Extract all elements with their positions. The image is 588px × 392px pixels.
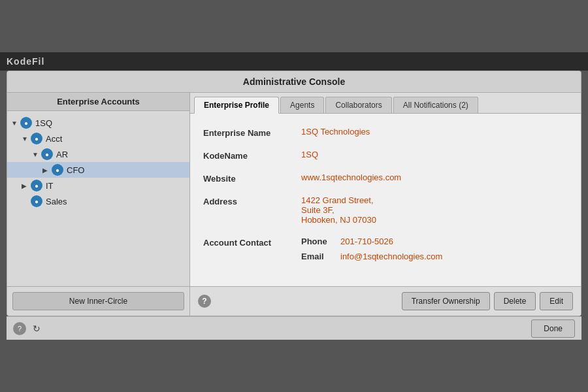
profile-row-website: Website www.1sqtechnologies.com — [203, 172, 568, 184]
new-inner-circle-button[interactable]: New Inner-Circle — [12, 292, 184, 310]
tab-collaborators[interactable]: Collaborators — [325, 97, 391, 113]
app-logo: KodeFil — [7, 56, 44, 67]
node-icon-cfo: ● — [52, 164, 63, 176]
sidebar-item-ar[interactable]: ▼ ● AR — [7, 146, 189, 162]
main-window: Administrative Console Enterprise Accoun… — [7, 71, 581, 316]
website-value: www.1sqtechnologies.com — [301, 172, 401, 182]
refresh-icon[interactable]: ↻ — [33, 323, 41, 334]
phone-label: Phone — [301, 237, 340, 246]
email-value: info@1sqtechnologies.com — [340, 252, 442, 261]
arrow-right-icon-it: ▶ — [22, 182, 31, 189]
sidebar-item-sales[interactable]: ▶ ● Sales — [7, 193, 189, 209]
profile-table: Enterprise Name 1SQ Technologies KodeNam… — [203, 127, 568, 261]
arrow-right-icon-cfo: ▶ — [42, 167, 52, 174]
node-label-cfo: CFO — [67, 165, 84, 175]
node-icon-1sq: ● — [20, 117, 32, 129]
kodename-value: 1SQ — [301, 150, 318, 159]
address-label: Address — [203, 195, 301, 206]
node-icon-ar: ● — [41, 148, 53, 160]
contact-email-row: Email info@1sqtechnologies.com — [301, 252, 442, 261]
node-label-1sq: 1SQ — [35, 118, 52, 128]
status-bar: ? ↻ Done — [7, 316, 581, 340]
account-contact-label: Account Contact — [203, 237, 301, 248]
status-icons: ? ↻ — [13, 322, 41, 335]
arrow-down-icon: ▼ — [11, 120, 20, 127]
address-line3: Hoboken, NJ 07030 — [301, 215, 376, 225]
node-label-acct: Acct — [46, 134, 62, 144]
enterprise-name-value: 1SQ Technologies — [301, 127, 370, 137]
email-label: Email — [301, 252, 340, 261]
node-icon-sales: ● — [31, 195, 42, 207]
sidebar-header: Enterprise Accounts — [7, 93, 189, 111]
help-icon[interactable]: ? — [198, 295, 211, 308]
sidebar-item-acct[interactable]: ▼ ● Acct — [7, 131, 189, 146]
enterprise-name-label: Enterprise Name — [203, 127, 301, 138]
address-line2: Suite 3F, — [301, 205, 376, 215]
sidebar-item-1sq[interactable]: ▼ ● 1SQ — [7, 115, 189, 131]
node-label-it: IT — [46, 181, 54, 191]
contact-phone-row: Phone 201-710-5026 — [301, 237, 442, 246]
profile-row-address: Address 1422 Grand Street, Suite 3F, Hob… — [203, 195, 568, 225]
top-bar: KodeFil — [0, 52, 588, 71]
status-help-icon[interactable]: ? — [13, 322, 26, 335]
node-icon-it: ● — [31, 180, 42, 191]
sidebar-item-cfo[interactable]: ▶ ● CFO — [7, 162, 189, 178]
node-label-ar: AR — [56, 150, 68, 159]
tab-content-enterprise-profile: Enterprise Name 1SQ Technologies KodeNam… — [190, 114, 581, 286]
contact-block: Phone 201-710-5026 Email info@1sqtechnol… — [301, 237, 442, 261]
transfer-ownership-button[interactable]: Transfer Ownership — [402, 292, 490, 310]
action-bar: ? Transfer Ownership Delete Edit — [190, 286, 581, 316]
done-button[interactable]: Done — [531, 319, 575, 338]
profile-row-account-contact: Account Contact Phone 201-710-5026 Email… — [203, 237, 568, 261]
right-panel: Enterprise Profile Agents Collaborators … — [190, 93, 581, 316]
node-icon-acct: ● — [31, 133, 42, 144]
edit-button[interactable]: Edit — [540, 292, 573, 310]
window-content: Enterprise Accounts ▼ ● 1SQ ▼ ● Acct ▼ — [7, 93, 581, 316]
profile-row-kodename: KodeName 1SQ — [203, 150, 568, 161]
tabs-bar: Enterprise Profile Agents Collaborators … — [190, 93, 581, 114]
tab-enterprise-profile[interactable]: Enterprise Profile — [194, 97, 279, 114]
sidebar-item-it[interactable]: ▶ ● IT — [7, 178, 189, 193]
kodename-label: KodeName — [203, 150, 301, 161]
sidebar: Enterprise Accounts ▼ ● 1SQ ▼ ● Acct ▼ — [7, 93, 190, 316]
window-title: Administrative Console — [7, 71, 581, 93]
website-label: Website — [203, 172, 301, 184]
sidebar-bottom: New Inner-Circle — [7, 286, 189, 316]
arrow-down-icon-ar: ▼ — [32, 151, 41, 158]
phone-value: 201-710-5026 — [340, 237, 393, 246]
address-value: 1422 Grand Street, Suite 3F, Hoboken, NJ… — [301, 195, 376, 225]
delete-button[interactable]: Delete — [494, 292, 536, 310]
tab-all-notifications[interactable]: All Notifications (2) — [393, 97, 478, 113]
arrow-down-icon-acct: ▼ — [22, 135, 31, 142]
node-label-sales: Sales — [46, 197, 67, 206]
address-line1: 1422 Grand Street, — [301, 195, 376, 205]
profile-row-enterprise-name: Enterprise Name 1SQ Technologies — [203, 127, 568, 138]
tab-agents[interactable]: Agents — [280, 97, 324, 113]
sidebar-tree: ▼ ● 1SQ ▼ ● Acct ▼ ● AR ▶ — [7, 111, 189, 286]
